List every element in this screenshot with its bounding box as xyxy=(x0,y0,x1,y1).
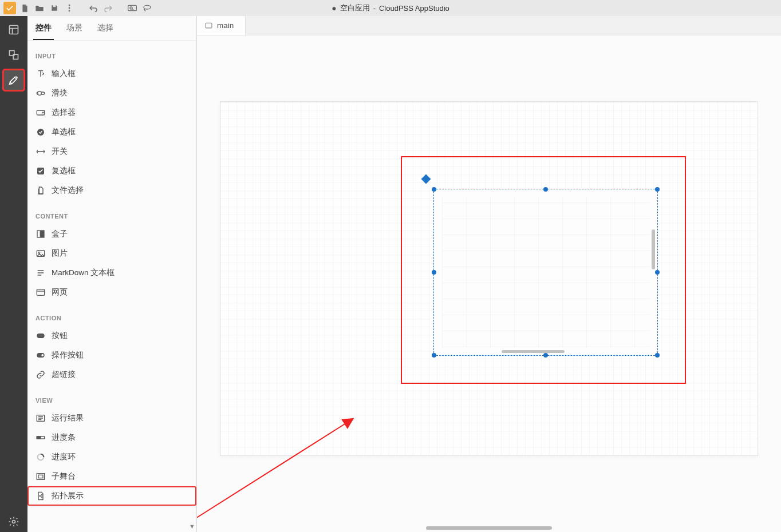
widget-select[interactable]: 选择器 xyxy=(27,103,196,122)
more-icon[interactable] xyxy=(63,2,76,14)
svg-point-2 xyxy=(69,10,70,12)
progressring-icon xyxy=(36,452,46,462)
widget-label: 运行结果 xyxy=(52,413,84,423)
resize-handle-tl[interactable] xyxy=(432,187,436,192)
rail-settings[interactable] xyxy=(3,511,24,532)
svg-rect-15 xyxy=(37,231,40,237)
tab-widgets[interactable]: 控件 xyxy=(33,17,54,40)
resize-handle-bl[interactable] xyxy=(432,353,436,358)
widget-progressbar[interactable]: 进度条 xyxy=(27,428,196,447)
link-icon xyxy=(36,370,46,380)
scroll-down-icon[interactable]: ▼ xyxy=(189,523,195,530)
resize-handle-ml[interactable] xyxy=(432,270,436,275)
widget-image[interactable]: 图片 xyxy=(27,244,196,263)
section-view: VIEW 运行结果 进度条 进度环 子舞台 拓扑展示 xyxy=(27,386,196,507)
rail-dashboard[interactable] xyxy=(3,19,24,40)
modified-dot-icon: ● xyxy=(332,3,336,13)
widget-label: 图片 xyxy=(52,248,68,259)
widget-input-text[interactable]: 输入框 xyxy=(27,64,196,84)
select-icon xyxy=(36,108,46,118)
tab-scenes[interactable]: 场景 xyxy=(64,17,85,40)
svg-point-0 xyxy=(69,5,70,6)
widget-label: 进度环 xyxy=(52,452,76,462)
widget-markdown[interactable]: MarkDown 文本框 xyxy=(27,263,196,283)
section-title-content: CONTENT xyxy=(27,205,196,224)
tab-selection[interactable]: 选择 xyxy=(95,17,116,40)
section-content: CONTENT 盒子 图片 MarkDown 文本框 网页 xyxy=(27,201,196,303)
redo-icon[interactable] xyxy=(102,2,115,14)
widget-label: 按钮 xyxy=(52,331,68,341)
widget-topology[interactable]: 拓扑展示 xyxy=(27,486,196,506)
svg-rect-32 xyxy=(206,23,212,28)
undo-icon[interactable] xyxy=(87,2,100,14)
widget-label: 输入框 xyxy=(52,69,76,79)
widget-file[interactable]: 文件选择 xyxy=(27,181,196,200)
button-icon xyxy=(36,331,46,341)
widget-opbutton[interactable]: 操作按钮 xyxy=(27,346,196,365)
widget-radio[interactable]: 单选框 xyxy=(27,122,196,142)
widget-checkbox[interactable]: 复选框 xyxy=(27,161,196,181)
svg-rect-6 xyxy=(10,26,18,34)
widget-label: 网页 xyxy=(52,287,68,297)
section-input: INPUT 输入框 滑块 选择器 单选框 开关 复选框 文件选择 xyxy=(27,41,196,201)
widget-slider[interactable]: 滑块 xyxy=(27,84,196,103)
svg-rect-20 xyxy=(37,334,44,338)
inner-scrollbar-v[interactable] xyxy=(652,229,655,269)
artboard[interactable] xyxy=(220,101,758,456)
svg-rect-16 xyxy=(41,231,44,237)
image-icon xyxy=(36,248,46,259)
widget-button[interactable]: 按钮 xyxy=(27,326,196,346)
file-tab-main[interactable]: main xyxy=(197,16,246,35)
resize-handle-br[interactable] xyxy=(655,353,660,358)
rail-tools[interactable] xyxy=(3,70,24,90)
open-folder-icon[interactable] xyxy=(33,2,46,14)
new-file-icon[interactable] xyxy=(18,2,31,14)
widget-web[interactable]: 网页 xyxy=(27,283,196,302)
resize-handle-tr[interactable] xyxy=(655,187,660,192)
svg-rect-28 xyxy=(38,475,43,478)
widget-box[interactable]: 盒子 xyxy=(27,224,196,244)
svg-point-13 xyxy=(37,129,44,136)
window-title: ● 空白应用 - CloudPSS AppStudio xyxy=(332,3,449,13)
top-toolbar: ● 空白应用 - CloudPSS AppStudio xyxy=(0,0,781,16)
resize-handle-mr[interactable] xyxy=(655,270,660,275)
svg-point-1 xyxy=(69,7,70,9)
svg-point-9 xyxy=(13,521,15,523)
search-box-icon[interactable] xyxy=(126,2,139,14)
main-area: main xyxy=(197,16,781,532)
widget-label: 进度条 xyxy=(52,432,76,443)
widget-label: 子舞台 xyxy=(52,471,76,482)
slider-icon xyxy=(36,88,46,98)
file-icon xyxy=(36,185,46,196)
widget-label: 单选框 xyxy=(52,127,76,137)
widget-link[interactable]: 超链接 xyxy=(27,365,196,384)
substage-icon xyxy=(36,471,46,482)
checkbox-icon xyxy=(36,166,46,176)
resize-handle-tm[interactable] xyxy=(543,187,548,192)
save-icon[interactable] xyxy=(48,2,61,14)
radio-icon xyxy=(36,127,46,137)
lasso-icon[interactable] xyxy=(141,2,153,14)
canvas-scrollbar-h[interactable] xyxy=(426,526,552,530)
svg-rect-19 xyxy=(37,289,44,296)
svg-point-5 xyxy=(144,5,151,9)
svg-line-33 xyxy=(197,419,352,528)
widget-result[interactable]: 运行结果 xyxy=(27,408,196,428)
svg-point-11 xyxy=(38,92,42,96)
widget-label: 拓扑展示 xyxy=(52,491,84,501)
canvas[interactable] xyxy=(197,35,781,532)
section-title-view: VIEW xyxy=(27,389,196,408)
widget-progressring[interactable]: 进度环 xyxy=(27,447,196,467)
switch-icon xyxy=(36,146,46,157)
selected-widget[interactable] xyxy=(433,189,658,356)
svg-rect-25 xyxy=(37,436,41,439)
rail-layers[interactable] xyxy=(3,45,24,65)
widget-label: 超链接 xyxy=(52,370,76,380)
app-logo[interactable] xyxy=(3,2,16,14)
widget-substage[interactable]: 子舞台 xyxy=(27,467,196,486)
annotation-arrow-icon xyxy=(197,414,409,532)
widget-label: 操作按钮 xyxy=(52,350,84,360)
inner-scrollbar-h[interactable] xyxy=(502,350,565,353)
widget-switch[interactable]: 开关 xyxy=(27,142,196,161)
resize-handle-bm[interactable] xyxy=(543,353,548,358)
